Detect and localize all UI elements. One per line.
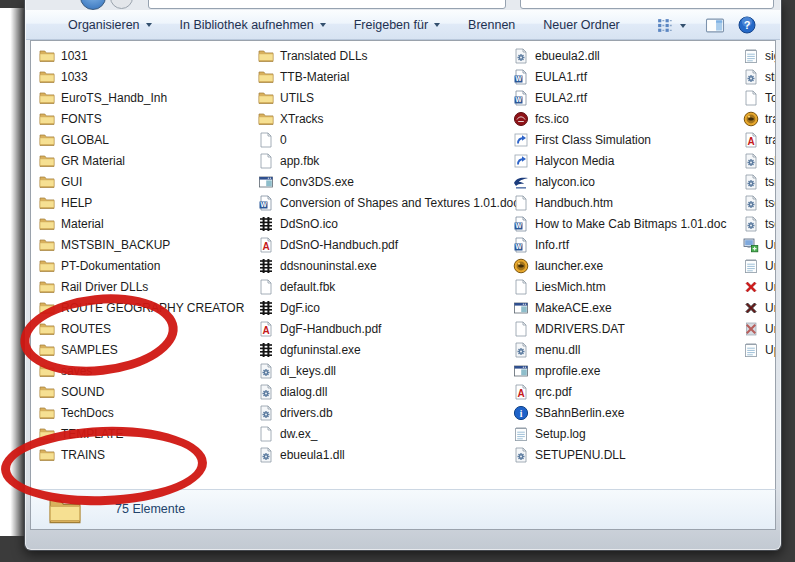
view-mode-dropdown-icon[interactable] bbox=[680, 24, 686, 28]
rail-track-icon bbox=[258, 258, 274, 274]
file-item[interactable]: Un bbox=[743, 256, 776, 276]
file-item[interactable]: Setup.log bbox=[513, 424, 586, 444]
file-item[interactable]: Rail Driver DLLs bbox=[39, 277, 148, 297]
file-item[interactable]: dw.ex_ bbox=[258, 424, 317, 444]
file-item[interactable]: Un bbox=[743, 235, 776, 255]
file-item[interactable]: Aqrc.pdf bbox=[513, 382, 572, 402]
toolbar-button[interactable]: Neuer Ordner bbox=[529, 13, 633, 37]
file-item[interactable]: sig bbox=[743, 46, 776, 66]
file-item[interactable]: UTILS bbox=[258, 88, 314, 108]
file-item[interactable]: EuroTS_Handb_Inh bbox=[39, 88, 167, 108]
file-item[interactable]: Handbuch.htm bbox=[513, 193, 613, 213]
file-item-label: DgF.ico bbox=[280, 301, 320, 315]
dll-gear-icon bbox=[258, 384, 274, 400]
file-item[interactable]: tsr bbox=[743, 172, 776, 192]
file-item[interactable]: default.fbk bbox=[258, 277, 335, 297]
file-item[interactable]: mprofile.exe bbox=[513, 361, 600, 381]
file-item[interactable]: ADdSnO-Handbuch.pdf bbox=[258, 235, 398, 255]
file-item[interactable]: Material bbox=[39, 214, 104, 234]
file-item[interactable]: FONTS bbox=[39, 109, 102, 129]
file-item[interactable]: str bbox=[743, 67, 776, 87]
file-item[interactable]: SETUPENU.DLL bbox=[513, 445, 626, 465]
file-item[interactable]: tsb bbox=[743, 151, 776, 171]
file-item[interactable]: ebueula1.dll bbox=[258, 445, 345, 465]
file-item[interactable]: HELP bbox=[39, 193, 92, 213]
file-item-label: Un bbox=[765, 280, 776, 294]
file-item[interactable]: DdSnO.ico bbox=[258, 214, 338, 234]
toolbar-button[interactable]: Brennen bbox=[454, 13, 529, 37]
file-item[interactable]: MDRIVERS.DAT bbox=[513, 319, 625, 339]
file-item[interactable]: tra bbox=[743, 109, 776, 129]
file-item[interactable]: iSBahnBerlin.exe bbox=[513, 403, 624, 423]
file-item[interactable]: Un bbox=[743, 319, 776, 339]
forward-button[interactable] bbox=[110, 0, 133, 9]
file-item[interactable]: GR Material bbox=[39, 151, 125, 171]
toolbar-button[interactable]: Freigeben für bbox=[340, 13, 454, 37]
file-item[interactable]: SOUND bbox=[39, 382, 104, 402]
file-item[interactable]: menu.dll bbox=[513, 340, 580, 360]
preview-pane-icon[interactable] bbox=[705, 17, 725, 34]
file-item[interactable]: fcs.ico bbox=[513, 109, 569, 129]
toolbar-button-label: Brennen bbox=[468, 18, 515, 32]
file-item-label: sig bbox=[765, 49, 776, 63]
file-item[interactable]: 0 bbox=[258, 130, 287, 150]
file-item[interactable]: Halycon Media bbox=[513, 151, 614, 171]
file-item[interactable]: LiesMich.htm bbox=[513, 277, 606, 297]
folder-icon bbox=[39, 384, 55, 400]
file-item[interactable]: ADgF-Handbuch.pdf bbox=[258, 319, 381, 339]
file-item[interactable]: ddsnouninstal.exe bbox=[258, 256, 377, 276]
file-list: 10311033EuroTS_Handb_InhFONTSGLOBALGR Ma… bbox=[30, 40, 776, 490]
file-item[interactable]: TechDocs bbox=[39, 403, 114, 423]
file-item-label: Info.rtf bbox=[535, 238, 569, 252]
file-item[interactable]: WEULA1.rtf bbox=[513, 67, 587, 87]
file-item[interactable]: Un bbox=[743, 277, 776, 297]
file-item[interactable]: WHow to Make Cab Bitmaps 1.01.doc bbox=[513, 214, 726, 234]
file-item[interactable]: tso bbox=[743, 193, 776, 213]
file-item[interactable]: Atra bbox=[743, 130, 776, 150]
folder-icon bbox=[258, 90, 274, 106]
file-item[interactable]: MSTSBIN_BACKUP bbox=[39, 235, 170, 255]
file-item[interactable]: PT-Dokumentation bbox=[39, 256, 160, 276]
file-item[interactable]: dgfuninstal.exe bbox=[258, 340, 361, 360]
file-item[interactable]: di_keys.dll bbox=[258, 361, 336, 381]
file-item[interactable]: First Class Simulation bbox=[513, 130, 651, 150]
file-item[interactable]: app.fbk bbox=[258, 151, 319, 171]
file-item[interactable]: Translated DLLs bbox=[258, 46, 368, 66]
svg-text:?: ? bbox=[744, 19, 751, 31]
file-item[interactable]: Un bbox=[743, 298, 776, 318]
file-item[interactable]: launcher.exe bbox=[513, 256, 603, 276]
toolbar-button-label: Freigeben für bbox=[354, 18, 428, 32]
file-item[interactable]: Up bbox=[743, 340, 776, 360]
file-item[interactable]: GUI bbox=[39, 172, 82, 192]
file-item[interactable]: DgF.ico bbox=[258, 298, 320, 318]
red-x-icon bbox=[743, 279, 759, 295]
file-item[interactable]: tso bbox=[743, 214, 776, 234]
file-item[interactable]: WEULA2.rtf bbox=[513, 88, 587, 108]
file-item[interactable]: halycon.ico bbox=[513, 172, 595, 192]
file-item[interactable]: WConversion of Shapes and Textures 1.01.… bbox=[258, 193, 519, 213]
file-item[interactable]: MakeACE.exe bbox=[513, 298, 612, 318]
file-item[interactable]: TTB-Material bbox=[258, 67, 349, 87]
file-item[interactable]: WInfo.rtf bbox=[513, 235, 569, 255]
file-item[interactable]: GLOBAL bbox=[39, 130, 109, 150]
address-bar[interactable] bbox=[148, 0, 506, 9]
back-button[interactable] bbox=[80, 0, 106, 10]
file-item[interactable]: 1031 bbox=[39, 46, 88, 66]
file-item-label: menu.dll bbox=[535, 343, 580, 357]
file-item[interactable]: dialog.dll bbox=[258, 382, 327, 402]
file-item-label: First Class Simulation bbox=[535, 133, 651, 147]
toolbar-button[interactable]: Organisieren bbox=[54, 13, 166, 37]
file-item[interactable]: XTracks bbox=[258, 109, 324, 129]
search-input[interactable] bbox=[520, 0, 774, 9]
file-item[interactable]: To bbox=[743, 88, 776, 108]
toolbar-button[interactable]: In Bibliothek aufnehmen bbox=[166, 13, 340, 37]
file-item-label: TechDocs bbox=[61, 406, 114, 420]
rail-track-icon bbox=[258, 342, 274, 358]
file-item[interactable]: drivers.db bbox=[258, 403, 333, 423]
file-item[interactable]: 1033 bbox=[39, 67, 88, 87]
help-icon[interactable]: ? bbox=[738, 16, 756, 34]
file-item[interactable]: ebueula2.dll bbox=[513, 46, 600, 66]
file-item[interactable]: Conv3DS.exe bbox=[258, 172, 354, 192]
file-item-label: Un bbox=[765, 259, 776, 273]
view-mode-icon[interactable] bbox=[656, 17, 673, 34]
